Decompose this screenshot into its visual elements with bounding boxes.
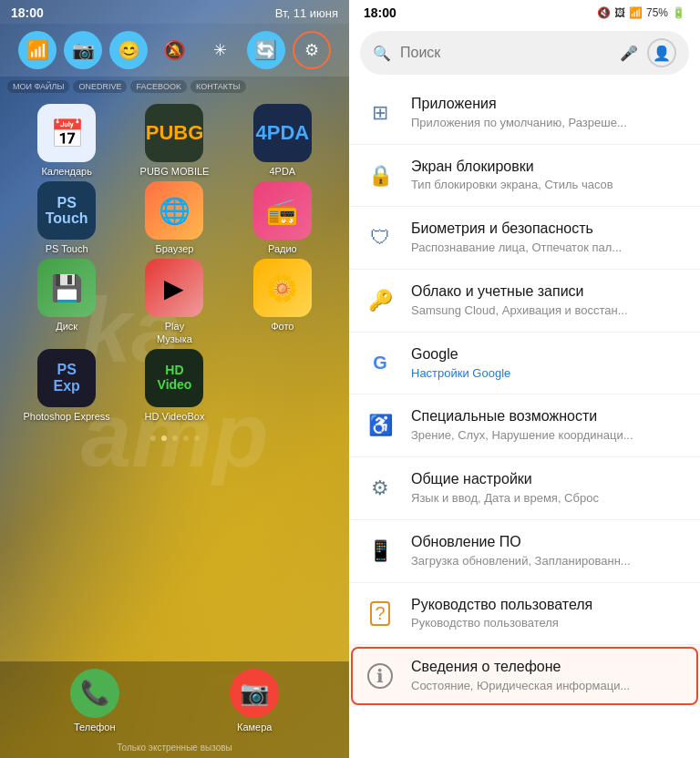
4pda-icon: 4PDA: [255, 121, 309, 145]
calendar-icon: 📅: [50, 118, 84, 149]
about-text: Сведения о телефоне Состояние, Юридическ…: [411, 658, 685, 694]
app-calendar[interactable]: 📅 Календарь: [15, 104, 118, 178]
signal-icon: 📶: [629, 6, 643, 19]
bluetooth-toggle[interactable]: ✳: [201, 31, 240, 69]
general-title: Общие настройки: [411, 470, 685, 489]
cloud-icon-wrap: 🔑: [364, 284, 396, 317]
settings-item-apps[interactable]: ⊞ Приложения Приложения по умолчанию, Ра…: [349, 82, 700, 145]
drive-icon: 💾: [51, 273, 83, 303]
settings-item-lockscreen[interactable]: 🔒 Экран блокировки Тип блокировки экрана…: [349, 145, 700, 208]
google-text: Google Настройки Google: [411, 345, 685, 382]
dock-phone[interactable]: 📞 Телефон: [70, 669, 119, 733]
microphone-icon[interactable]: 🎤: [620, 45, 638, 62]
update-title: Обновление ПО: [411, 533, 685, 552]
avatar-icon: 👤: [653, 45, 671, 62]
manual-title: Руководство пользователя: [411, 596, 685, 615]
app-pstouch[interactable]: PSTouch PS Touch: [15, 181, 118, 255]
photoshop-icon: PSExp: [53, 362, 79, 394]
about-subtitle: Состояние, Юридическая информаци...: [411, 679, 685, 694]
app-hdvideo[interactable]: HDVideo HD VideoBox: [122, 349, 226, 423]
camera-toggle[interactable]: 📷: [64, 31, 102, 69]
face-toggle[interactable]: 😊: [109, 31, 148, 69]
update-icon-wrap: 📱: [364, 535, 396, 568]
folder-contacts[interactable]: КОНТАКТЫ: [190, 80, 246, 93]
access-title: Специальные возможности: [411, 407, 685, 426]
app-browser[interactable]: 🌐 Браузер: [122, 181, 226, 255]
app-photos-label: Фото: [271, 321, 293, 333]
dot-4: [183, 435, 189, 441]
manual-subtitle: Руководство пользователя: [411, 616, 685, 631]
quick-toggles: 📶 📷 😊 🔕 ✳ 🔄 ⚙: [0, 24, 349, 77]
general-text: Общие настройки Язык и ввод, Дата и врем…: [411, 470, 685, 507]
app-4pda[interactable]: 4PDA 4PDA: [231, 104, 335, 178]
photos-icon: 🌼: [266, 273, 298, 303]
settings-item-accessibility[interactable]: ♿ Специальные возможности Зрение, Слух, …: [349, 394, 700, 457]
settings-item-general[interactable]: ⚙ Общие настройки Язык и ввод, Дата и вр…: [349, 457, 700, 520]
settings-item-update[interactable]: 📱 Обновление ПО Загрузка обновлений, Зап…: [349, 520, 700, 583]
google-icon-wrap: G: [364, 347, 396, 380]
date-left: Вт, 11 июня: [275, 6, 338, 20]
settings-panel: 18:00 🔇 🖼 📶 75% 🔋 🔍 🎤 👤 ⊞ Приложения При…: [349, 0, 700, 758]
manual-icon: ?: [370, 601, 389, 626]
accessibility-icon: ♿: [368, 414, 393, 437]
home-screen: 18:00 Вт, 11 июня 📶 📷 😊 🔕 ✳ 🔄 ⚙ МОИ ФАЙЛ…: [0, 0, 349, 758]
time-right: 18:00: [364, 5, 396, 20]
access-icon-wrap: ♿: [364, 409, 396, 442]
app-playmusic[interactable]: ▶ PlayМузыка: [122, 259, 226, 344]
cloud-title: Облако и учетные записи: [411, 282, 685, 302]
pstouch-icon: PSTouch: [46, 195, 88, 227]
folder-facebook[interactable]: FACEBOOK: [130, 80, 187, 93]
apps-icon-wrap: ⊞: [364, 97, 396, 129]
user-avatar[interactable]: 👤: [647, 38, 676, 67]
app-photos[interactable]: 🌼 Фото: [231, 259, 335, 344]
app-photoshop-label: Photoshop Express: [23, 411, 109, 423]
app-photoshop[interactable]: PSExp Photoshop Express: [15, 349, 118, 423]
folder-onedrive[interactable]: ONEDRIVE: [73, 80, 127, 93]
lock-title: Экран блокировки: [411, 158, 685, 177]
browser-icon: 🌐: [159, 196, 190, 226]
search-input[interactable]: [400, 45, 611, 61]
playmusic-icon: ▶: [164, 273, 184, 303]
app-hdvideo-label: HD VideoBox: [145, 411, 205, 423]
dock-camera[interactable]: 📷 Камера: [230, 669, 279, 733]
app-drive-label: Диск: [56, 321, 77, 333]
settings-button[interactable]: ⚙: [293, 31, 331, 69]
wifi-toggle[interactable]: 📶: [18, 31, 57, 69]
folder-myfiles[interactable]: МОИ ФАЙЛЫ: [7, 80, 69, 93]
app-pubg-label: PUBG MOBILE: [140, 166, 210, 178]
status-icons-right: 🔇 🖼 📶 75% 🔋: [597, 6, 685, 19]
app-radio[interactable]: 📻 Радио: [231, 181, 335, 255]
settings-item-about[interactable]: ℹ Сведения о телефоне Состояние, Юридиче…: [349, 645, 700, 707]
apps-title: Приложения: [411, 95, 685, 114]
battery-percent: 75%: [646, 6, 668, 19]
camera-icon: 📷: [72, 39, 95, 61]
access-text: Специальные возможности Зрение, Слух, На…: [411, 407, 685, 444]
dock-camera-label: Камера: [237, 722, 272, 733]
general-icon-wrap: ⚙: [364, 472, 396, 505]
settings-item-google[interactable]: G Google Настройки Google: [349, 333, 700, 395]
mute-toggle[interactable]: 🔕: [155, 31, 193, 69]
lock-icon: 🔒: [368, 164, 393, 188]
bio-icon-wrap: 🛡: [364, 221, 396, 254]
shield-icon: 🛡: [370, 226, 390, 250]
dot-3: [172, 435, 178, 441]
app-pstouch-label: PS Touch: [46, 243, 88, 255]
lock-subtitle: Тип блокировки экрана, Стиль часов: [411, 178, 685, 193]
app-pubg[interactable]: PUBG PUBG MOBILE: [122, 104, 226, 178]
settings-item-manual[interactable]: ? Руководство пользователя Руководство п…: [349, 583, 700, 646]
face-icon: 😊: [118, 39, 140, 61]
settings-item-bio[interactable]: 🛡 Биометрия и безопасность Распознавание…: [349, 207, 700, 270]
settings-item-cloud[interactable]: 🔑 Облако и учетные записи Samsung Cloud,…: [349, 270, 700, 333]
lock-icon-wrap: 🔒: [364, 159, 396, 192]
sync-toggle[interactable]: 🔄: [247, 31, 285, 69]
update-text: Обновление ПО Загрузка обновлений, Запла…: [411, 533, 685, 569]
app-drive[interactable]: 💾 Диск: [15, 259, 118, 344]
mute-icon: 🔕: [163, 39, 186, 61]
pubg-icon: PUBG: [146, 121, 204, 145]
lock-text: Экран блокировки Тип блокировки экрана, …: [411, 158, 685, 194]
apps-text: Приложения Приложения по умолчанию, Разр…: [411, 95, 685, 131]
search-bar[interactable]: 🔍 🎤 👤: [360, 31, 689, 75]
apps-icon: ⊞: [372, 101, 388, 125]
google-icon: G: [373, 353, 387, 374]
google-subtitle: Настройки Google: [411, 366, 685, 382]
